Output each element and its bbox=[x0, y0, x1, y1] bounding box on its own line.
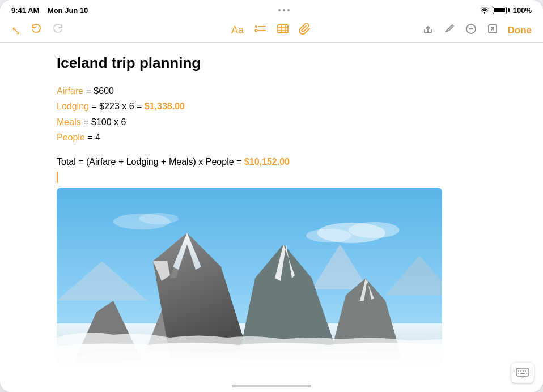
toolbar-right: Done bbox=[422, 23, 532, 38]
status-date: Mon Jun 10 bbox=[48, 6, 88, 15]
svg-point-13 bbox=[472, 28, 473, 29]
redo-icon[interactable] bbox=[52, 23, 64, 37]
dot-1 bbox=[278, 9, 281, 11]
table-icon[interactable] bbox=[277, 23, 289, 37]
done-button[interactable]: Done bbox=[508, 25, 532, 36]
toolbar-left: ⤡ bbox=[11, 23, 422, 37]
lodging-label: Lodging bbox=[57, 101, 89, 111]
total-line: Total = (Airfare + Lodging + Meals) x Pe… bbox=[57, 154, 509, 169]
status-time: 9:41 AM bbox=[11, 6, 39, 15]
meals-label: Meals bbox=[57, 117, 81, 127]
mountain-image bbox=[57, 188, 442, 363]
shrink-icon[interactable]: ⤡ bbox=[11, 24, 21, 37]
svg-point-0 bbox=[255, 25, 257, 28]
dot-2 bbox=[283, 9, 285, 11]
formula-line-airfare: Airfare = $600 bbox=[57, 83, 509, 99]
scroll-indicator bbox=[232, 385, 311, 387]
status-dots bbox=[278, 9, 290, 11]
status-right: 100% bbox=[480, 6, 532, 15]
svg-point-18 bbox=[306, 229, 351, 242]
status-time-date: 9:41 AM Mon Jun 10 bbox=[11, 6, 88, 15]
toolbar-center: Aa bbox=[231, 23, 312, 38]
more-icon[interactable] bbox=[465, 23, 477, 38]
svg-point-17 bbox=[349, 222, 400, 238]
keyboard-icon bbox=[516, 367, 529, 378]
svg-point-12 bbox=[470, 28, 471, 29]
people-value: = 4 bbox=[87, 133, 100, 142]
cursor-line bbox=[57, 172, 509, 183]
list-icon[interactable] bbox=[254, 23, 266, 37]
pencil-icon[interactable] bbox=[443, 23, 456, 38]
edit-icon[interactable] bbox=[486, 23, 499, 38]
battery-percentage: 100% bbox=[513, 6, 532, 15]
ipad-frame: 9:41 AM Mon Jun 10 100% bbox=[0, 0, 543, 392]
wifi-icon bbox=[480, 7, 489, 14]
svg-rect-4 bbox=[278, 25, 288, 33]
note-title: Iceland trip planning bbox=[57, 54, 509, 72]
battery-indicator bbox=[493, 7, 510, 14]
people-label: People bbox=[57, 133, 85, 142]
undo-icon[interactable] bbox=[30, 23, 43, 37]
svg-rect-35 bbox=[516, 368, 529, 376]
status-bar: 9:41 AM Mon Jun 10 100% bbox=[0, 0, 543, 18]
keyboard-button[interactable] bbox=[511, 363, 534, 383]
format-text-icon[interactable]: Aa bbox=[231, 24, 244, 36]
airfare-value: = $600 bbox=[86, 86, 114, 96]
attach-icon[interactable] bbox=[299, 23, 312, 38]
text-cursor bbox=[57, 172, 58, 183]
total-expression: Total = (Airfare + Lodging + Meals) x Pe… bbox=[57, 157, 241, 167]
meals-value: = $100 x 6 bbox=[83, 117, 126, 127]
share-icon[interactable] bbox=[422, 23, 434, 38]
content-area[interactable]: Iceland trip planning Airfare = $600 Lod… bbox=[0, 43, 543, 392]
formula-line-lodging: Lodging = $223 x 6 = $1,338.00 bbox=[57, 99, 509, 114]
formula-line-meals: Meals = $100 x 6 bbox=[57, 114, 509, 130]
svg-point-1 bbox=[255, 29, 257, 32]
svg-point-20 bbox=[139, 213, 179, 224]
total-result: $10,152.00 bbox=[244, 157, 290, 167]
formula-line-people: People = 4 bbox=[57, 130, 509, 145]
lodging-value: = $223 x 6 = bbox=[91, 101, 142, 111]
airfare-label: Airfare bbox=[57, 86, 83, 96]
dot-3 bbox=[287, 9, 290, 11]
formula-block: Airfare = $600 Lodging = $223 x 6 = $1,3… bbox=[57, 83, 509, 145]
toolbar: ⤡ Aa bbox=[0, 18, 543, 43]
lodging-result: $1,338.00 bbox=[145, 101, 185, 111]
svg-point-11 bbox=[468, 28, 469, 29]
